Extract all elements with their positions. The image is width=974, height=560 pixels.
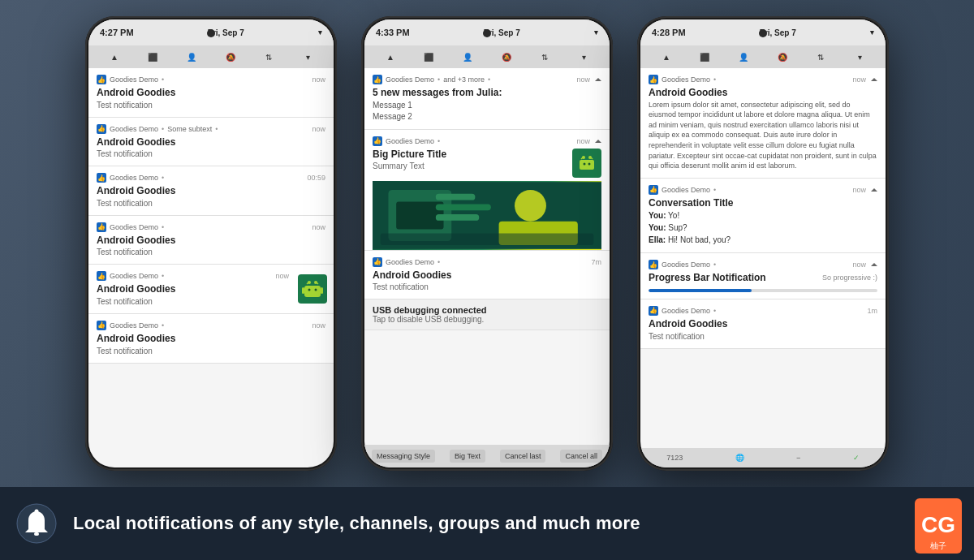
notif-header: 👍 Goodies Demo • 7m bbox=[373, 257, 601, 267]
phone-1-notif-list: 👍 Goodies Demo • now Android Goodies Tes… bbox=[88, 68, 334, 467]
notif-body: Test notification bbox=[97, 198, 325, 209]
app-icon: 👍 bbox=[97, 271, 106, 281]
expand-icon bbox=[871, 78, 877, 81]
svg-text:CG: CG bbox=[921, 512, 955, 537]
messaging-notif: 👍 Goodies Demo • and +3 more • now 5 new… bbox=[364, 68, 610, 130]
big-text-notif: 👍 Goodies Demo • now Android Goodies Lor… bbox=[640, 68, 886, 179]
app-icon: 👍 bbox=[649, 75, 658, 84]
messaging-style-btn[interactable]: Messaging Style bbox=[372, 450, 435, 463]
notif-body: Test notification bbox=[97, 100, 325, 110]
big-text-body: Lorem ipsum dolor sit amet, consectetur … bbox=[649, 100, 877, 171]
big-picture-title: Big Picture Title bbox=[373, 149, 446, 162]
notif-item-with-icon: 👍 Goodies Demo • now Android Goodies Tes… bbox=[88, 265, 334, 314]
notif-subtext: Some subtext bbox=[167, 125, 212, 133]
phone-1: 4:27 PM Fri, Sep 7 ▾ ▲ ⬛ 👤 🔕 ⇅ ▾ bbox=[85, 16, 337, 471]
android-icon-small bbox=[577, 153, 597, 173]
phone-3-nav-bar: ▲ ⬛ 👤 🔕 ⇅ ▾ bbox=[640, 45, 886, 68]
usb-body: Tap to disable USB debugging. bbox=[373, 315, 601, 324]
app-name: Goodies Demo bbox=[662, 186, 710, 194]
phone-3-screen: 4:28 PM Fri, Sep 7 ▾ ▲ ⬛ 👤 🔕 ⇅ ▾ bbox=[640, 19, 886, 467]
app-icon: 👍 bbox=[649, 306, 658, 316]
phone-2-bottom-bar: Messaging Style Big Text Cancel last Can… bbox=[364, 445, 610, 467]
notif-header: 👍 Goodies Demo • 1m bbox=[649, 306, 877, 316]
notif-title: Android Goodies bbox=[97, 235, 325, 248]
notif-item-bottom: 👍 Goodies Demo • 1m Android Goodies Test… bbox=[640, 299, 886, 349]
notif-body: Test notification bbox=[373, 282, 601, 292]
cancel-last-btn[interactable]: Cancel last bbox=[500, 450, 546, 463]
phone-1-camera bbox=[207, 29, 215, 37]
app-name: Goodies Demo bbox=[110, 321, 158, 330]
notif-time: now bbox=[312, 223, 325, 231]
app-icon: 👍 bbox=[97, 173, 106, 183]
svg-rect-22 bbox=[436, 204, 491, 210]
notif-header: 👍 Goodies Demo • now bbox=[649, 75, 877, 84]
progress-title: Progress Bar Notification bbox=[649, 272, 766, 285]
notif-time: now bbox=[576, 75, 590, 84]
notif-time: now bbox=[312, 75, 325, 84]
notif-item: 👍 Goodies Demo • Some subtext • now Andr… bbox=[88, 118, 334, 167]
notif-body: Test notification bbox=[97, 149, 325, 159]
app-name: Goodies Demo bbox=[662, 261, 710, 269]
notif-time: 7m bbox=[591, 258, 601, 266]
notif-header: 👍 Goodies Demo • and +3 more • now bbox=[373, 75, 601, 84]
usb-notif: USB debugging connected Tap to disable U… bbox=[364, 299, 610, 330]
big-text-title: Android Goodies bbox=[649, 87, 877, 100]
app-name: Goodies Demo bbox=[386, 75, 434, 84]
progress-bar bbox=[649, 289, 877, 292]
phone-2-screen: 4:33 PM Fri, Sep 7 ▾ ▲ ⬛ 👤 🔕 ⇅ ▾ bbox=[364, 19, 610, 467]
phone-1-status-icons: ▾ bbox=[318, 28, 322, 37]
notif-header: 👍 Goodies Demo • now bbox=[373, 136, 601, 146]
phone-2-icons: ▾ bbox=[594, 28, 598, 37]
svg-point-27 bbox=[35, 510, 39, 514]
notif-header: 👍 Goodies Demo • Some subtext • now bbox=[97, 124, 325, 134]
big-text-btn[interactable]: Big Text bbox=[450, 450, 485, 463]
phone-3: 4:28 PM Fri, Sep 7 ▾ ▲ ⬛ 👤 🔕 ⇅ ▾ bbox=[637, 16, 889, 471]
data-icon-2: ⇅ bbox=[539, 51, 550, 62]
notif-header: 👍 Goodies Demo • now bbox=[97, 321, 325, 330]
no-disturb-icon-3: 🔕 bbox=[777, 51, 788, 62]
notif-time: now bbox=[312, 125, 325, 133]
bell-icon bbox=[16, 503, 57, 544]
data-icon-3: ⇅ bbox=[815, 51, 826, 62]
notif-time: now bbox=[852, 186, 866, 194]
notif-body: Test notification bbox=[97, 296, 289, 307]
messaging-msg-1: Message 1 bbox=[373, 100, 601, 111]
app-name: Goodies Demo bbox=[662, 75, 710, 84]
phone-3-bottom-bar: 7123 🌐 − ✓ bbox=[640, 448, 886, 467]
notif-title: Android Goodies bbox=[97, 136, 325, 149]
notif-item-normal: 👍 Goodies Demo • 7m Android Goodies Test… bbox=[364, 251, 610, 300]
expand-icon bbox=[595, 78, 601, 81]
phone-2-time: 4:33 PM bbox=[376, 28, 410, 37]
notif-body: Test notification bbox=[97, 346, 325, 356]
app-icon: 👍 bbox=[649, 260, 658, 269]
big-picture-summary: Summary Text bbox=[373, 161, 446, 171]
signal-icon: ⬛ bbox=[147, 51, 158, 62]
progress-fill bbox=[649, 289, 752, 292]
big-picture-svg bbox=[373, 181, 601, 250]
notif-time: now bbox=[852, 75, 866, 84]
signal-icon-2: ⬛ bbox=[423, 51, 434, 62]
notif-time: now bbox=[576, 137, 590, 145]
svg-rect-0 bbox=[304, 286, 321, 297]
notif-item: 👍 Goodies Demo • now Android Goodies Tes… bbox=[88, 68, 334, 118]
phone-1-time: 4:27 PM bbox=[100, 28, 134, 37]
notif-time: now bbox=[852, 261, 866, 269]
app-name: Goodies Demo bbox=[662, 307, 710, 315]
notif-header: 👍 Goodies Demo • now bbox=[649, 260, 877, 269]
cg-badge: CG 柚子 bbox=[915, 498, 962, 554]
app-name: Goodies Demo bbox=[110, 272, 158, 280]
notif-title: Android Goodies bbox=[97, 87, 325, 100]
notif-title: Android Goodies bbox=[97, 283, 289, 296]
app-icon: 👍 bbox=[373, 75, 382, 84]
phone-3-time: 4:28 PM bbox=[652, 28, 686, 37]
app-name: Goodies Demo bbox=[110, 75, 158, 84]
svg-point-14 bbox=[584, 162, 586, 165]
convo-line-3: Ella: Hi! Not bad, you? bbox=[649, 234, 877, 246]
big-picture-notif: 👍 Goodies Demo • now Big Picture Title S… bbox=[364, 130, 610, 251]
notif-header: 👍 Goodies Demo • now bbox=[97, 222, 325, 232]
cancel-all-btn[interactable]: Cancel all bbox=[560, 450, 602, 463]
app-icon: 👍 bbox=[97, 222, 106, 232]
convo-line-1: You: Yo! bbox=[649, 209, 877, 222]
app-icon: 👍 bbox=[97, 75, 106, 84]
user-icon-3: 👤 bbox=[738, 51, 749, 62]
